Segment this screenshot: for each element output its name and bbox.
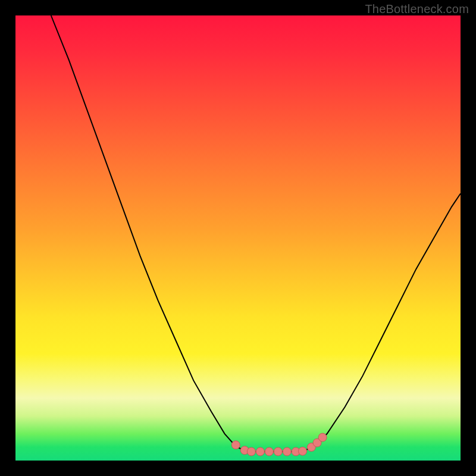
curve-marker (231, 441, 240, 449)
chart-frame: TheBottleneck.com (0, 0, 476, 476)
curve-marker (247, 447, 255, 456)
marker-group (231, 433, 327, 456)
curve-marker (299, 447, 307, 455)
watermark-text: TheBottleneck.com (365, 2, 469, 16)
curve-marker (256, 447, 264, 456)
curve-marker (283, 447, 291, 456)
curve-marker (265, 447, 273, 456)
plot-area (15, 15, 461, 461)
curve-path (51, 15, 461, 452)
curve-marker (318, 433, 327, 441)
bottleneck-curve (15, 15, 461, 461)
curve-marker (274, 447, 282, 456)
